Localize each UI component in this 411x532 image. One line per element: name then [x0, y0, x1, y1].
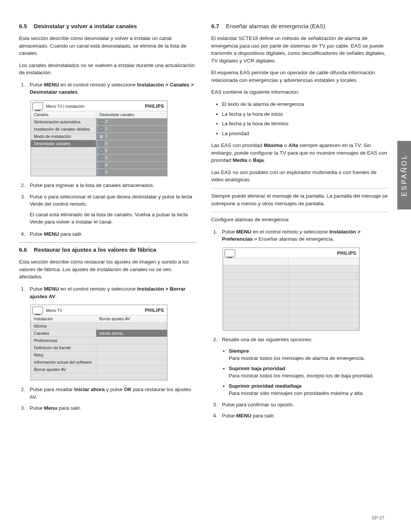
- menu-row: [223, 308, 359, 316]
- paragraph: Los canales desinstalados no se vuelven …: [19, 62, 196, 77]
- step: Pulse para resaltar Iniciar ahora y puls…: [27, 386, 196, 401]
- menu-row: Sintonización automática3: [31, 118, 167, 125]
- menu-row: 3: [31, 154, 167, 161]
- tv-icon: [32, 307, 43, 314]
- menu-row: 6: [31, 147, 167, 154]
- steps-list-cont: Pulse para resaltar Iniciar ahora y puls…: [27, 386, 196, 412]
- left-column: 6.5 Desinstalar y volver a instalar cana…: [19, 19, 196, 424]
- step: Pulse MENU en el control remoto y selecc…: [219, 228, 388, 243]
- step: Pulse MENU para salir.: [219, 412, 388, 420]
- tv-menu-reset-av: Menú TV PHILIPS Instalación Borrar ajust…: [30, 305, 167, 380]
- list-item: La prioridad: [222, 130, 388, 137]
- section-title: Desinstalar y volver a instalar canales: [34, 23, 137, 29]
- menu-subheader: Canales Desinstalar canales: [31, 111, 167, 118]
- section-6-6-heading: 6.6 Restaurar los ajustes a los valores …: [19, 242, 196, 253]
- section-num: 6.7: [211, 23, 219, 29]
- menu-row: Borrar ajustes AV: [31, 366, 167, 373]
- paragraph: Esta sección describe cómo restaurar los…: [19, 258, 196, 281]
- menu-row: [223, 280, 359, 287]
- menu-row: Reloj: [31, 351, 167, 358]
- eas-info-list: El texto de la alarma de emergenciaLa fe…: [222, 101, 388, 137]
- menu-row: [223, 265, 359, 272]
- section-title: Restaurar los ajustes a los valores de f…: [34, 246, 156, 253]
- option-item: SiemprePara mostrar todos los mensajes d…: [229, 348, 388, 362]
- tv-icon: [32, 102, 43, 110]
- menu-row: Información actual del software: [31, 358, 167, 366]
- paragraph: Configure alarmas de emergencia: [211, 212, 388, 224]
- menu-header: Menú TV PHILIPS: [31, 305, 167, 315]
- tv-icon: [225, 249, 235, 257]
- brand-label: PHILIPS: [337, 251, 356, 256]
- menu-row: [31, 373, 167, 380]
- page-number: SP-27: [372, 515, 384, 521]
- right-column: 6.7 Enseñar alarmas de emergencia (EAS) …: [211, 19, 388, 424]
- brand-label: PHILIPS: [145, 308, 164, 313]
- steps-list: Pulse MENU en el control remoto y selecc…: [219, 228, 388, 243]
- step: Pulse MENU para salir.: [27, 230, 196, 238]
- brand-label: PHILIPS: [145, 104, 164, 109]
- step: Pulse o para seleccionar el canal que de…: [27, 193, 196, 226]
- option-item: Suprimir prioridad media/bajaPara mostra…: [229, 383, 388, 397]
- list-item: El texto de la alarma de emergencia: [222, 101, 388, 108]
- section-num: 6.6: [19, 246, 27, 253]
- section-num: 6.5: [19, 23, 27, 29]
- menu-row: CanalesIniciar ahora: [31, 329, 167, 337]
- menu-row: [223, 258, 359, 265]
- menu-row: [223, 301, 359, 308]
- steps-list: Pulse MENU en el control remoto y selecc…: [27, 81, 196, 96]
- menu-row: [223, 294, 359, 301]
- menu-row: Modo de instalación✕3: [31, 133, 167, 140]
- step: Pulse MENU en el control remoto y selecc…: [27, 81, 196, 96]
- step: Pulse Menu para salir.: [27, 404, 196, 412]
- menu-row: [223, 323, 359, 330]
- menu-breadcrumb: Menú TV | Instalación: [46, 104, 84, 109]
- menu-row: Instalación de canales débiles3: [31, 125, 167, 133]
- menu-subheader: Instalación Borrar ajustes AV: [31, 315, 167, 322]
- paragraph: Siempre puede eliminar el mensaje de la …: [211, 188, 388, 207]
- language-tab: ESPAÑOL: [397, 141, 411, 209]
- steps-list-cont: Pulse para ingresar a la lista de canale…: [27, 182, 196, 238]
- page-columns: 6.5 Desinstalar y volver a instalar cana…: [19, 19, 388, 424]
- menu-header: PHILIPS: [223, 248, 359, 258]
- menu-header: Menú TV | Instalación PHILIPS: [31, 101, 167, 111]
- step: Pulse MENU en el control remoto y selecc…: [27, 285, 196, 300]
- menu-row: 9: [31, 169, 167, 176]
- step: Pulse para confirmar su opción.: [219, 401, 388, 409]
- menu-row: Definición de fuente: [31, 344, 167, 351]
- tv-menu-uninstall-channels: Menú TV | Instalación PHILIPS Canales De…: [30, 101, 167, 176]
- language-tab-text: ESPAÑOL: [400, 154, 408, 197]
- step: Resalte una de las siguientes opciones:: [219, 336, 388, 343]
- step-note: El canal está eliminado de la lista de c…: [30, 211, 196, 226]
- option-item: Suprimir baja prioridadPara mostrar todo…: [229, 365, 388, 380]
- paragraph: El estándar SCTE18 define un método de s…: [211, 35, 388, 64]
- list-item: La fecha y la hora de término: [222, 120, 388, 128]
- menu-row: Desinstalar canales5: [31, 140, 167, 147]
- menu-breadcrumb: Menú TV: [46, 308, 62, 313]
- menu-row: Idioma: [31, 322, 167, 329]
- step: Pulse para ingresar a la lista de canale…: [27, 182, 196, 189]
- menu-row: 8: [31, 161, 167, 169]
- menu-row: Preferencias: [31, 337, 167, 344]
- section-6-7-heading: 6.7 Enseñar alarmas de emergencia (EAS): [211, 19, 388, 29]
- tv-menu-eas: PHILIPS: [223, 248, 360, 331]
- steps-list: Pulse MENU en el control remoto y selecc…: [27, 285, 196, 300]
- options-list: SiemprePara mostrar todos los mensajes d…: [229, 348, 388, 397]
- paragraph: Las EAS no son posibles con un explorado…: [211, 169, 388, 184]
- paragraph: El esquema EAS permite que un operador d…: [211, 69, 388, 84]
- list-item: La fecha y la hora de inicio: [222, 110, 388, 118]
- paragraph: Las EAS con prioridad Máxima o Alta siem…: [211, 142, 388, 164]
- steps-list-cont: Pulse para confirmar su opción. Pulse ME…: [219, 401, 388, 420]
- section-6-5-heading: 6.5 Desinstalar y volver a instalar cana…: [19, 19, 196, 29]
- menu-row: [223, 316, 359, 323]
- steps-list-cont: Resalte una de las siguientes opciones:: [219, 336, 388, 343]
- paragraph: EAS contiene la siguiente información:: [211, 88, 388, 96]
- menu-row: [223, 287, 359, 294]
- paragraph: Esta sección describe cómo desinstalar y…: [19, 35, 196, 57]
- menu-row: [223, 272, 359, 280]
- section-title: Enseñar alarmas de emergencia (EAS): [226, 23, 325, 29]
